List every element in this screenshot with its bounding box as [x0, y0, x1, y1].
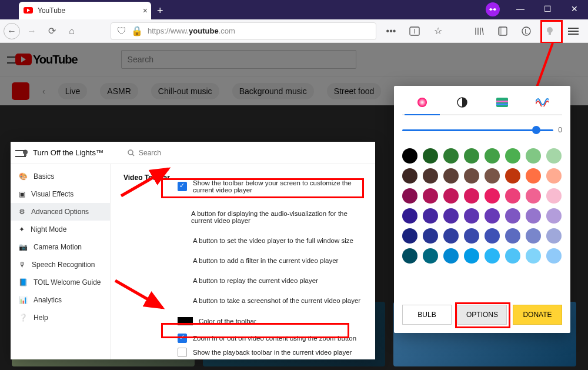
color-swatch[interactable]: [423, 148, 438, 164]
option-filter: A button to add a filter in the current …: [178, 255, 367, 266]
color-swatch[interactable]: [402, 168, 417, 184]
color-swatch[interactable]: [526, 168, 541, 184]
extension-options-panel: Turn Off the Lights™ 🎨Basics ▣Visual Eff…: [11, 142, 375, 359]
color-swatch[interactable]: [526, 148, 541, 164]
library-icon[interactable]: [470, 22, 488, 40]
color-swatch[interactable]: [546, 248, 562, 264]
color-swatch[interactable]: [464, 228, 479, 244]
color-swatch[interactable]: [485, 188, 500, 204]
slider-value: 0: [558, 126, 562, 134]
color-swatch[interactable]: [464, 208, 479, 224]
extension-popup: 0 BULB OPTIONS DONATE: [394, 86, 570, 333]
bookmark-star-icon[interactable]: ☆: [429, 22, 447, 40]
palette-icon: 🎨: [19, 172, 28, 181]
sidebar-item-welcome[interactable]: 📘TOtL Welcome Guide: [11, 274, 110, 291]
color-swatch[interactable]: [443, 148, 459, 164]
color-swatch[interactable]: [485, 248, 500, 264]
popup-tab-wave[interactable]: [535, 95, 549, 109]
color-swatch[interactable]: [443, 208, 459, 224]
color-swatch[interactable]: [464, 148, 479, 164]
options-search-input[interactable]: [139, 149, 227, 157]
color-swatch[interactable]: [546, 228, 562, 244]
annotation-highlight-2: [161, 323, 349, 338]
color-swatch[interactable]: [443, 228, 459, 244]
color-swatch[interactable]: [546, 208, 562, 224]
color-swatch[interactable]: [402, 228, 417, 244]
popup-tab-color[interactable]: [415, 95, 429, 109]
svg-point-11: [417, 98, 427, 107]
page-content: YouTube Search ‹ Live ASMR Chill-out mus…: [0, 43, 588, 370]
color-swatch[interactable]: [485, 228, 500, 244]
color-swatch[interactable]: [505, 248, 520, 264]
color-swatch[interactable]: [423, 188, 438, 204]
sidebar-item-help[interactable]: ❔Help: [11, 309, 110, 326]
sidebar-item-advanced-options[interactable]: ⚙Advanced Options: [11, 203, 110, 221]
sidebar-item-speech[interactable]: 🎙Speech Recognition: [11, 256, 110, 274]
slider-thumb[interactable]: [532, 126, 540, 134]
color-swatch[interactable]: [546, 188, 562, 204]
browser-tab[interactable]: YouTube ×: [19, 2, 151, 19]
firefox-menu-button[interactable]: [564, 22, 582, 40]
popup-opacity-slider[interactable]: 0: [402, 126, 562, 134]
color-swatch[interactable]: [402, 148, 417, 164]
color-swatch[interactable]: [402, 208, 417, 224]
color-swatch[interactable]: [546, 148, 562, 164]
color-swatch[interactable]: [464, 168, 479, 184]
tab-close-icon[interactable]: ×: [143, 6, 148, 15]
url-field[interactable]: 🛡 🔒 https://www.youtube.com: [111, 22, 376, 40]
option-playback[interactable]: Show the playback toolbar in the current…: [178, 345, 367, 359]
sidebar-item-basics[interactable]: 🎨Basics: [11, 168, 110, 185]
color-swatch[interactable]: [464, 188, 479, 204]
color-swatch[interactable]: [443, 188, 459, 204]
color-swatch[interactable]: [443, 248, 459, 264]
sidebar-item-night-mode[interactable]: ✦Night Mode: [11, 221, 110, 238]
color-swatch[interactable]: [505, 148, 520, 164]
window-close-button[interactable]: ✕: [561, 0, 588, 18]
color-swatch[interactable]: [526, 228, 541, 244]
popup-tab-contrast[interactable]: [455, 95, 469, 109]
popup-tabs: [402, 92, 562, 115]
color-swatch[interactable]: [485, 168, 500, 184]
color-swatch[interactable]: [443, 168, 459, 184]
color-swatch[interactable]: [505, 228, 520, 244]
new-tab-button[interactable]: +: [157, 2, 163, 19]
sidebar-item-camera-motion[interactable]: 📷Camera Motion: [11, 238, 110, 256]
account-icon[interactable]: L: [517, 22, 535, 40]
sidebar-item-visual-effects[interactable]: ▣Visual Effects: [11, 185, 110, 203]
window-minimize-button[interactable]: —: [507, 0, 534, 18]
reload-button[interactable]: ⟳: [44, 23, 60, 39]
home-button[interactable]: ⌂: [64, 23, 80, 39]
color-swatch[interactable]: [423, 248, 438, 264]
checkbox-playback[interactable]: [178, 348, 187, 357]
color-swatch[interactable]: [505, 188, 520, 204]
color-swatch[interactable]: [505, 168, 520, 184]
sidebar-item-analytics[interactable]: 📊Analytics: [11, 291, 110, 309]
color-swatch[interactable]: [526, 248, 541, 264]
color-swatch[interactable]: [402, 248, 417, 264]
options-search[interactable]: [109, 149, 370, 157]
popup-bulb-button[interactable]: BULB: [402, 305, 452, 325]
back-button[interactable]: ←: [4, 23, 20, 39]
private-mode-icon: [486, 2, 500, 16]
color-swatch[interactable]: [505, 208, 520, 224]
color-swatch[interactable]: [485, 208, 500, 224]
popup-donate-button[interactable]: DONATE: [513, 305, 562, 325]
color-swatch[interactable]: [526, 188, 541, 204]
sidebar-icon[interactable]: [494, 22, 512, 40]
color-swatch[interactable]: [546, 168, 562, 184]
lock-icon: 🔒: [131, 25, 143, 36]
color-swatch[interactable]: [464, 248, 479, 264]
reader-icon[interactable]: [406, 22, 423, 40]
color-swatch[interactable]: [526, 208, 541, 224]
window-maximize-button[interactable]: ☐: [534, 0, 561, 18]
color-swatch[interactable]: [423, 228, 438, 244]
svg-text:L: L: [524, 28, 528, 35]
more-icon[interactable]: •••: [382, 22, 400, 40]
option-replay: A button to replay the current video pla…: [178, 275, 367, 286]
color-swatch[interactable]: [485, 148, 500, 164]
color-swatch[interactable]: [423, 168, 438, 184]
color-swatch[interactable]: [423, 208, 438, 224]
color-swatch[interactable]: [402, 188, 417, 204]
annotation-highlight-options-button: [455, 302, 510, 328]
popup-tab-atmosphere[interactable]: [495, 95, 509, 109]
